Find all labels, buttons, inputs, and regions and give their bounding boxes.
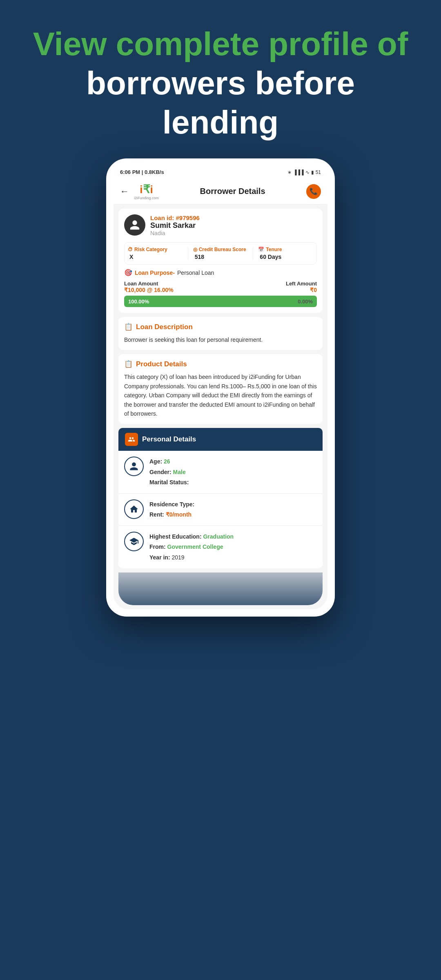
personal-details-rows: Age: 26 Gender: Male Marital Status: Res…	[118, 451, 323, 568]
risk-label: ⏱ Risk Category	[128, 247, 183, 252]
product-icon: 📋	[124, 360, 133, 368]
product-details-title: 📋 Product Details	[124, 360, 317, 368]
loan-purpose-value: Personal Loan	[177, 270, 214, 276]
hero-line1: View complete profile of	[24, 24, 416, 64]
status-bar: 6:06 PM | 0.8KB/s ∗ ▐▐▐ ∿ ▮ 51	[114, 166, 327, 178]
borrower-info: Loan id: #979596 Sumit Sarkar Nadia	[150, 214, 200, 236]
education-from-field: From: Government College	[149, 542, 234, 552]
avatar	[124, 214, 145, 236]
bottom-fade	[118, 572, 323, 605]
wifi-icon: ∿	[305, 169, 310, 175]
loan-amount-value: ₹10,000 @ 16.00%	[124, 287, 174, 293]
signal-icon: ▐▐▐	[293, 169, 304, 175]
education-year-field: Year in: 2019	[149, 552, 234, 563]
loan-amount-label: Loan Amount	[124, 281, 174, 287]
loan-purpose: 🎯 Loan Purpose- Personal Loan	[124, 269, 317, 276]
stat-divider-2	[253, 247, 253, 260]
bluetooth-icon: ∗	[287, 169, 292, 175]
stats-row: ⏱ Risk Category X ◎ Credit Bureau Score …	[124, 242, 317, 265]
description-icon: 📋	[124, 323, 133, 331]
borrower-name: Sumit Sarkar	[150, 221, 200, 230]
personal-details-title: Personal Details	[142, 435, 196, 443]
home-icon	[124, 499, 144, 519]
app-logo: i₹i i2iFunding.com	[134, 183, 159, 200]
progress-label-left: 100.00%	[128, 298, 149, 305]
borrower-location: Nadia	[150, 230, 200, 236]
tenure-value: 60 Days	[258, 254, 313, 260]
hero-section: View complete profile of borrowers befor…	[0, 0, 441, 158]
tenure-label: 📅 Tenure	[258, 247, 313, 252]
risk-icon: ⏱	[128, 247, 133, 252]
loan-description-card: 📋 Loan Description Borrower is seeking t…	[118, 317, 323, 350]
logo-sub: i2iFunding.com	[134, 196, 159, 200]
loan-description-title: 📋 Loan Description	[124, 323, 317, 331]
residence-content: Residence Type: Rent: ₹0/month	[149, 499, 194, 520]
borrower-header: Loan id: #979596 Sumit Sarkar Nadia	[124, 214, 317, 236]
left-amount-value: ₹0	[286, 287, 317, 293]
graduation-icon	[124, 532, 144, 551]
risk-value: X	[128, 254, 183, 260]
personal-header-icon	[125, 433, 138, 446]
calendar-icon: 📅	[258, 247, 264, 252]
content-area: Loan id: #979596 Sumit Sarkar Nadia ⏱ Ri…	[114, 205, 327, 609]
tenure-stat: 📅 Tenure 60 Days	[258, 247, 313, 260]
progress-fill	[124, 296, 317, 307]
education-content: Highest Education: Graduation From: Gove…	[149, 532, 234, 563]
speedometer-icon: ◎	[193, 247, 197, 252]
person-icon	[124, 457, 144, 476]
battery-level: 51	[316, 169, 321, 175]
phone-mockup: 6:06 PM | 0.8KB/s ∗ ▐▐▐ ∿ ▮ 51 ← i₹i i2i…	[106, 158, 335, 617]
hero-line2: borrowers before lending	[24, 64, 416, 142]
left-amount-label: Left Amount	[286, 281, 317, 287]
education-field: Highest Education: Graduation	[149, 532, 234, 542]
back-button[interactable]: ←	[120, 186, 129, 197]
status-time: 6:06 PM | 0.8KB/s	[120, 169, 164, 175]
call-button[interactable]: 📞	[306, 184, 321, 199]
logo-text: i₹i	[140, 183, 153, 196]
loan-id: Loan id: #979596	[150, 214, 200, 221]
page-title: Borrower Details	[164, 187, 301, 196]
credit-score-stat: ◎ Credit Bureau Score 518	[193, 247, 248, 260]
marital-field: Marital Status:	[149, 477, 189, 488]
product-details-body: This category (X) of loan has been intro…	[124, 372, 317, 418]
personal-details-section: Personal Details Age: 26 Gender: Male Ma…	[118, 428, 323, 568]
loan-purpose-label: Loan Purpose-	[135, 270, 175, 276]
progress-bar: 100.00% 0.00%	[124, 296, 317, 307]
identity-content: Age: 26 Gender: Male Marital Status:	[149, 457, 189, 488]
rent-field: Rent: ₹0/month	[149, 510, 194, 520]
borrower-card: Loan id: #979596 Sumit Sarkar Nadia ⏱ Ri…	[118, 209, 323, 313]
target-icon: 🎯	[124, 269, 132, 276]
product-details-card: 📋 Product Details This category (X) of l…	[118, 354, 323, 424]
stat-divider-1	[188, 247, 188, 260]
amount-row: Loan Amount ₹10,000 @ 16.00% Left Amount…	[124, 281, 317, 293]
age-field: Age: 26	[149, 457, 189, 467]
residence-type-field: Residence Type:	[149, 499, 194, 510]
personal-row-residence: Residence Type: Rent: ₹0/month	[118, 494, 323, 526]
credit-value: 518	[193, 254, 248, 260]
battery-icon: ▮	[311, 169, 314, 175]
personal-row-education: Highest Education: Graduation From: Gove…	[118, 526, 323, 568]
app-header: ← i₹i i2iFunding.com Borrower Details 📞	[114, 178, 327, 205]
phone-screen: 6:06 PM | 0.8KB/s ∗ ▐▐▐ ∿ ▮ 51 ← i₹i i2i…	[114, 166, 327, 609]
progress-label-right: 0.00%	[298, 298, 313, 305]
gender-field: Gender: Male	[149, 467, 189, 477]
risk-category-stat: ⏱ Risk Category X	[128, 247, 183, 260]
status-icons: ∗ ▐▐▐ ∿ ▮ 51	[287, 169, 321, 175]
loan-amount-col: Loan Amount ₹10,000 @ 16.00%	[124, 281, 174, 293]
loan-description-body: Borrower is seeking this loan for person…	[124, 335, 317, 344]
personal-row-identity: Age: 26 Gender: Male Marital Status:	[118, 451, 323, 494]
personal-details-header: Personal Details	[118, 428, 323, 451]
left-amount-col: Left Amount ₹0	[286, 281, 317, 293]
credit-label: ◎ Credit Bureau Score	[193, 247, 248, 252]
